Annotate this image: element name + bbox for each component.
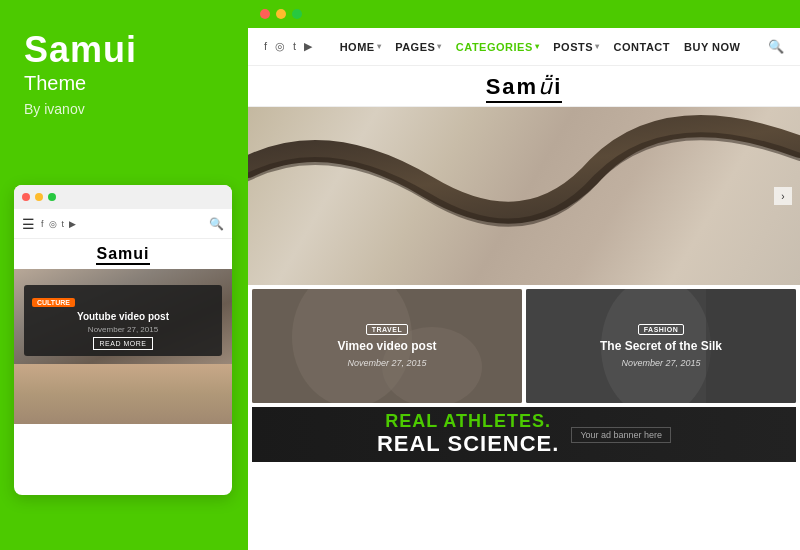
- banner-content: REAL ATHLETES. REAL SCIENCE.: [377, 412, 560, 458]
- main-nav-links: HOME ▾ PAGES ▾ CATEGORIES ▾ POSTS ▾ CONT…: [340, 41, 741, 53]
- card-travel: TRAVEL Vimeo video post November 27, 201…: [252, 289, 522, 403]
- main-dot-red: [260, 9, 270, 19]
- sidebar-title: Samui: [24, 30, 224, 70]
- mini-nav: ☰ f ◎ t ▶ 🔍: [14, 209, 232, 239]
- home-chevron-icon: ▾: [377, 42, 382, 51]
- card-travel-date: November 27, 2015: [347, 358, 426, 368]
- hero-rope-svg: [248, 107, 800, 285]
- mini-browser-bar: [14, 185, 232, 209]
- bottom-banner: REAL ATHLETES. REAL SCIENCE. Your ad ban…: [252, 407, 796, 462]
- mini-logo: Samui: [14, 239, 232, 269]
- main-dot-green: [292, 9, 302, 19]
- nav-contact[interactable]: CONTACT: [614, 41, 670, 53]
- pages-chevron-icon: ▾: [437, 42, 442, 51]
- mini-instagram-icon: ◎: [49, 219, 57, 229]
- card-fashion-title: The Secret of the Silk: [600, 339, 722, 355]
- mini-browser: ☰ f ◎ t ▶ 🔍 Samui CULTURE Youtube video …: [14, 185, 232, 495]
- mini-facebook-icon: f: [41, 219, 44, 229]
- mini-dot-green: [48, 193, 56, 201]
- hero-next-arrow[interactable]: ›: [774, 187, 792, 205]
- mini-search-icon[interactable]: 🔍: [209, 217, 224, 231]
- mini-logo-text: Samui: [96, 245, 149, 265]
- nav-categories[interactable]: CATEGORIES ▾: [456, 41, 539, 53]
- mini-card-date: November 27, 2015: [32, 325, 214, 334]
- mini-read-more-button[interactable]: READ MORE: [93, 337, 154, 350]
- cards-row: TRAVEL Vimeo video post November 27, 201…: [248, 285, 800, 403]
- nav-buy-now[interactable]: BUY NOW: [684, 41, 740, 53]
- main-logo-text: Samṻi: [248, 74, 800, 100]
- hero-background-image: [248, 107, 800, 285]
- main-dot-yellow: [276, 9, 286, 19]
- mini-card-badge: CULTURE: [32, 298, 75, 307]
- nav-search-icon[interactable]: 🔍: [768, 39, 784, 54]
- mini-hero: CULTURE Youtube video post November 27, …: [14, 269, 232, 364]
- card-travel-badge: TRAVEL: [366, 324, 408, 335]
- posts-chevron-icon: ▾: [595, 42, 600, 51]
- main-hero: ›: [248, 107, 800, 285]
- mini-dot-red: [22, 193, 30, 201]
- categories-chevron-icon: ▾: [535, 42, 540, 51]
- mini-hamburger-icon[interactable]: ☰: [22, 216, 35, 232]
- banner-line1: REAL ATHLETES.: [377, 412, 560, 432]
- main-facebook-icon: f: [264, 40, 267, 53]
- nav-home[interactable]: HOME ▾: [340, 41, 382, 53]
- nav-pages[interactable]: PAGES ▾: [395, 41, 442, 53]
- card-fashion-badge: FASHION: [638, 324, 685, 335]
- card-fashion-date: November 27, 2015: [621, 358, 700, 368]
- mini-social-icons: f ◎ t ▶: [41, 219, 76, 229]
- main-logo-samui: Samṻi: [486, 74, 563, 103]
- main-instagram-icon: ◎: [275, 40, 285, 53]
- card-fashion-overlay: FASHION The Secret of the Silk November …: [526, 289, 796, 403]
- banner-ad-text: Your ad banner here: [571, 427, 671, 443]
- mini-bottom-image: [14, 364, 232, 424]
- card-fashion: FASHION The Secret of the Silk November …: [526, 289, 796, 403]
- mini-youtube-icon: ▶: [69, 219, 76, 229]
- main-twitter-icon: t: [293, 40, 296, 53]
- main-nav-social: f ◎ t ▶: [264, 40, 312, 53]
- nav-posts[interactable]: POSTS ▾: [553, 41, 599, 53]
- mini-card-overlay: CULTURE Youtube video post November 27, …: [24, 285, 222, 356]
- main-logo-area: Samṻi: [248, 66, 800, 107]
- main-nav: f ◎ t ▶ HOME ▾ PAGES ▾ CATEGORIES ▾ POST…: [248, 28, 800, 66]
- sidebar-subtitle: Theme: [24, 72, 224, 95]
- mini-card-title: Youtube video post: [32, 310, 214, 323]
- sidebar-author: By ivanov: [24, 101, 224, 117]
- main-youtube-icon: ▶: [304, 40, 312, 53]
- mini-twitter-icon: t: [62, 219, 65, 229]
- card-travel-title: Vimeo video post: [337, 339, 436, 355]
- mini-dot-yellow: [35, 193, 43, 201]
- banner-line2: REAL SCIENCE.: [377, 431, 560, 457]
- mini-nav-left: ☰ f ◎ t ▶: [22, 216, 76, 232]
- card-travel-overlay: TRAVEL Vimeo video post November 27, 201…: [252, 289, 522, 403]
- main-browser: f ◎ t ▶ HOME ▾ PAGES ▾ CATEGORIES ▾ POST…: [248, 0, 800, 550]
- main-browser-bar: [248, 0, 800, 28]
